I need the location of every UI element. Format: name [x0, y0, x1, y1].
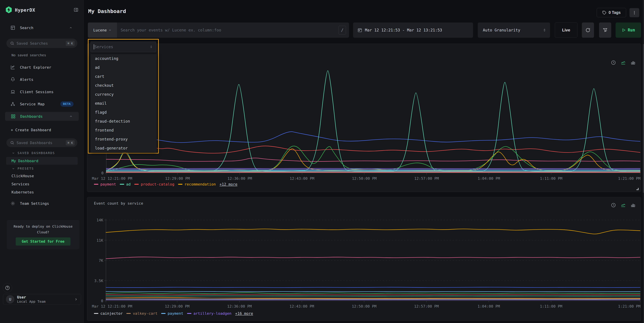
- services-option[interactable]: fraud-detection: [90, 117, 157, 126]
- search-icon: [10, 141, 14, 145]
- chevron-down-icon: [12, 167, 15, 170]
- services-option[interactable]: accounting: [90, 54, 157, 63]
- panel-resize-handle[interactable]: [636, 188, 638, 190]
- beta-badge: BETA: [60, 101, 74, 107]
- sidebar-item-team-settings[interactable]: Team Settings: [0, 200, 84, 207]
- legend-label: product-catalog: [141, 182, 174, 186]
- granularity-select[interactable]: Auto Granularity: [478, 23, 550, 38]
- legend-label: cainjector: [100, 311, 123, 315]
- legend-more-link[interactable]: +16 more: [235, 311, 253, 315]
- legend-label: ad: [126, 182, 131, 186]
- legend-more-link[interactable]: +12 more: [220, 182, 237, 186]
- sidebar-item-chart-explorer[interactable]: Chart Explorer: [0, 63, 84, 71]
- line-chart-2[interactable]: 14K11K7K3.5K0Mar 12 12:21:00 PM12:29:00 …: [87, 197, 641, 321]
- svg-text:12:36:00 PM: 12:36:00 PM: [227, 304, 252, 308]
- svg-text:12:43:00 PM: 12:43:00 PM: [290, 176, 314, 181]
- services-option[interactable]: email: [90, 99, 157, 108]
- tags-button[interactable]: 0 Tags: [597, 8, 626, 17]
- help-button[interactable]: [3, 283, 12, 292]
- time-range-picker[interactable]: Mar 12 12:21:53 - Mar 12 13:21:53: [353, 23, 473, 38]
- page-scrollbar[interactable]: [643, 0, 644, 323]
- legend-swatch: [161, 313, 166, 314]
- services-option[interactable]: frontend-proxy: [90, 135, 157, 144]
- sidebar-item-label: Dashboards: [20, 114, 42, 119]
- services-option[interactable]: flagd: [90, 108, 157, 117]
- line-chart-1[interactable]: 0Mar 12 12:21:00 PM12:29:00 PM12:36:00 P…: [87, 44, 641, 192]
- legend-item[interactable]: product-catalog: [134, 182, 174, 186]
- user-menu[interactable]: U User Local App Team: [3, 294, 81, 305]
- sidebar-item-label: Chart Explorer: [20, 65, 51, 70]
- laptop-icon: [10, 90, 15, 94]
- legend-item[interactable]: artillery-loadgen: [187, 311, 232, 315]
- legend-item[interactable]: ad: [120, 182, 131, 186]
- services-select-input[interactable]: Services: [90, 42, 156, 52]
- legend-label: valkey-cart: [133, 311, 158, 315]
- event-search-bar[interactable]: Lucene Search your events w/ Lucene ex. …: [88, 23, 349, 38]
- section-saved-dashboards[interactable]: SAVED DASHBOARDS: [12, 151, 55, 155]
- services-options: accountingadcartcheckoutcurrencyemailfla…: [90, 54, 157, 153]
- page-title: My Dashboard: [88, 8, 126, 14]
- create-dashboard-button[interactable]: + Create Dashboard: [11, 128, 51, 132]
- sidebar-item-service-map[interactable]: Service Map BETA: [0, 100, 84, 108]
- live-button[interactable]: Live: [555, 23, 578, 38]
- services-option[interactable]: currency: [90, 90, 157, 99]
- svg-text:12:50:00 PM: 12:50:00 PM: [352, 176, 376, 181]
- bell-icon: [10, 77, 15, 82]
- search-board-icon: [10, 25, 15, 30]
- svg-text:7K: 7K: [99, 258, 104, 263]
- section-presets[interactable]: PRESETS: [12, 167, 34, 170]
- legend-swatch: [126, 313, 131, 314]
- sidebar-item-alerts[interactable]: Alerts: [0, 76, 84, 83]
- filter-button[interactable]: [599, 23, 611, 38]
- refresh-button[interactable]: [582, 23, 594, 38]
- saved-searches-input[interactable]: Saved Searches ⌘ K: [6, 39, 77, 48]
- sidebar-item-label: Alerts: [20, 78, 33, 82]
- chart-explorer-icon: [10, 65, 15, 70]
- preset-item-clickhouse[interactable]: ClickHouse: [12, 174, 34, 178]
- preset-item-services[interactable]: Services: [12, 182, 30, 186]
- legend-item[interactable]: payment: [94, 182, 116, 186]
- services-option[interactable]: checkout: [90, 81, 157, 90]
- sidebar-item-search[interactable]: Search: [0, 24, 84, 32]
- preset-item-kubernetes[interactable]: Kubernetes: [12, 190, 34, 194]
- sidebar-item-label: Search: [20, 26, 33, 30]
- brand-name: HyperDX: [15, 8, 35, 13]
- sidebar-item-client-sessions[interactable]: Client Sessions: [0, 88, 84, 96]
- svg-text:12:36:00 PM: 12:36:00 PM: [228, 176, 252, 181]
- legend-swatch: [120, 184, 124, 185]
- svg-text:Mar 12 12:21:00 PM: Mar 12 12:21:00 PM: [92, 176, 132, 181]
- saved-searches-placeholder: Saved Searches: [16, 41, 66, 46]
- svg-text:14K: 14K: [96, 218, 103, 222]
- services-option[interactable]: cart: [90, 72, 157, 81]
- sidebar-item-dashboards[interactable]: Dashboards: [5, 112, 79, 121]
- user-team: Local App Team: [17, 299, 74, 303]
- services-option[interactable]: ad: [90, 63, 157, 72]
- query-language-select[interactable]: Lucene: [88, 23, 117, 38]
- slash-shortcut-badge: /: [338, 26, 346, 35]
- legend-item[interactable]: recommendation: [178, 182, 216, 186]
- collapse-sidebar-icon[interactable]: [74, 8, 78, 12]
- services-option[interactable]: frontend: [90, 126, 157, 135]
- sidebar-item-label: Service Map: [20, 102, 44, 106]
- legend-swatch: [187, 313, 192, 314]
- text-caret: [94, 44, 94, 49]
- scrollbar-thumb[interactable]: [643, 44, 644, 193]
- search-input-placeholder: Search your events w/ Lucene ex. column:…: [117, 28, 338, 32]
- sidebar-item-label: Team Settings: [20, 201, 49, 206]
- updown-chevrons-icon: [150, 45, 153, 49]
- svg-text:1:04:00 PM: 1:04:00 PM: [478, 304, 500, 308]
- saved-dashboards-input[interactable]: Saved Dashboards ⌘ K: [6, 138, 77, 147]
- legend-swatch: [134, 184, 139, 185]
- saved-dashboard-item[interactable]: My Dashboard: [6, 157, 78, 165]
- legend-item[interactable]: cainjector: [94, 311, 123, 315]
- chevron-right-icon: [74, 297, 78, 301]
- shortcut-badge: ⌘ K: [66, 140, 75, 145]
- legend-item[interactable]: valkey-cart: [126, 311, 158, 315]
- legend-item[interactable]: payment: [161, 311, 183, 315]
- saved-dashboards-placeholder: Saved Dashboards: [16, 141, 66, 145]
- legend-label: artillery-loadgen: [194, 311, 232, 315]
- run-button[interactable]: Run: [616, 23, 641, 38]
- services-option[interactable]: load-generator: [90, 144, 157, 153]
- get-started-button[interactable]: Get Started for Free: [16, 237, 70, 245]
- dashboard-menu-button[interactable]: [630, 8, 639, 17]
